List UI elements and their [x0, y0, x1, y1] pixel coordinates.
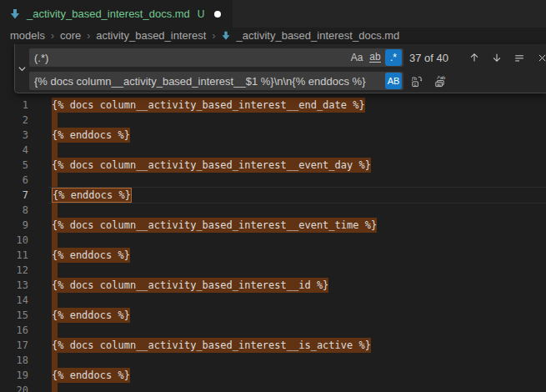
replace-value: {% docs column__activity_based_interest_…: [34, 75, 385, 88]
empty-line-match-highlight: [52, 323, 58, 338]
empty-line-match-highlight: [52, 173, 58, 188]
line-number: 14: [0, 293, 28, 308]
find-in-selection-icon[interactable]: [511, 49, 528, 66]
line-number: 15: [0, 308, 28, 323]
code-line[interactable]: 16: [0, 323, 546, 338]
git-status-badge: U: [198, 8, 205, 20]
find-match-highlight: {% docs column__activity_based_interest_…: [52, 98, 365, 113]
breadcrumb-item-file[interactable]: _activity_based_interest_docs.md: [221, 29, 399, 42]
line-content: [48, 173, 546, 188]
replace-input[interactable]: {% docs column__activity_based_interest_…: [29, 72, 403, 90]
line-content: [48, 323, 546, 338]
toggle-replace-button[interactable]: [16, 44, 28, 93]
line-content: [48, 353, 546, 368]
find-match-highlight: {% docs column__activity_based_interest_…: [52, 278, 328, 293]
line-content: {% docs column__activity_based_interest_…: [48, 338, 546, 353]
line-content: {% docs column__activity_based_interest_…: [48, 218, 546, 233]
breadcrumb-item-activity-based-interest[interactable]: activity_based_interest: [96, 29, 206, 42]
line-number: 13: [0, 278, 28, 293]
empty-line-match-highlight: [52, 113, 58, 128]
vscode-window: _activity_based_interest_docs.md U model…: [0, 0, 546, 392]
line-number: 11: [0, 248, 28, 263]
find-replace-widget: (.*) Aa ab .* 37 of 40: [14, 44, 546, 93]
code-line[interactable]: 20: [0, 383, 546, 392]
empty-line-match-highlight: [52, 293, 58, 308]
empty-line-match-highlight: [52, 263, 58, 278]
modified-indicator-dot[interactable]: [214, 11, 221, 18]
code-line[interactable]: 10: [0, 233, 546, 248]
match-case-button[interactable]: Aa: [348, 49, 365, 66]
replace-all-button[interactable]: ↗ab ac: [431, 73, 448, 89]
code-line[interactable]: 4: [0, 143, 546, 158]
line-content: {% docs column__activity_based_interest_…: [48, 98, 546, 113]
code-line[interactable]: 18: [0, 353, 546, 368]
breadcrumb-file-label: _activity_based_interest_docs.md: [236, 29, 399, 42]
code-line[interactable]: 8: [0, 203, 546, 218]
code-line[interactable]: 11{% enddocs %}: [0, 248, 546, 263]
markdown-file-icon: [221, 30, 232, 41]
find-match-highlight: {% docs column__activity_based_interest_…: [52, 158, 371, 173]
whole-word-button[interactable]: ab: [367, 49, 383, 66]
code-line[interactable]: 7{% enddocs %}: [0, 188, 546, 203]
empty-line-match-highlight: [52, 203, 58, 218]
previous-match-button[interactable]: [466, 49, 483, 66]
find-input[interactable]: (.*) Aa ab .*: [29, 48, 403, 67]
line-number: 20: [0, 383, 28, 392]
line-number: 7: [0, 188, 28, 203]
code-line[interactable]: 19{% enddocs %}: [0, 368, 546, 383]
find-match-highlight: {% docs column__activity_based_interest_…: [52, 338, 371, 353]
find-match-highlight: {% docs column__activity_based_interest_…: [52, 218, 377, 233]
editor-pane[interactable]: 1{% docs column__activity_based_interest…: [0, 43, 546, 392]
svg-text:c: c: [413, 81, 416, 86]
line-content: {% docs column__activity_based_interest_…: [48, 278, 546, 293]
line-number: 9: [0, 218, 28, 233]
find-match-highlight: {% enddocs %}: [52, 128, 130, 143]
line-content: [48, 143, 546, 158]
empty-line-match-highlight: [52, 143, 58, 158]
line-content: {% enddocs %}: [48, 187, 546, 204]
find-match-highlight: {% enddocs %}: [52, 308, 130, 323]
line-content: [48, 263, 546, 278]
find-match-highlight: {% enddocs %}: [52, 368, 130, 383]
find-query: (.*): [34, 52, 348, 64]
svg-text:↗ab: ↗ab: [436, 75, 445, 80]
code-line[interactable]: 3{% enddocs %}: [0, 128, 546, 143]
empty-line-match-highlight: [52, 383, 58, 392]
line-number: 6: [0, 173, 28, 188]
editor-tab[interactable]: _activity_based_interest_docs.md U: [0, 0, 233, 28]
line-number: 8: [0, 203, 28, 218]
replace-button[interactable]: ƒb c: [408, 73, 425, 89]
chevron-right-icon: ›: [51, 30, 54, 42]
code-line[interactable]: 15{% enddocs %}: [0, 308, 546, 323]
tab-filename: _activity_based_interest_docs.md: [27, 8, 190, 20]
next-match-button[interactable]: [488, 49, 505, 66]
line-number: 3: [0, 128, 28, 143]
code-line[interactable]: 12: [0, 263, 546, 278]
code-line[interactable]: 6: [0, 173, 546, 188]
chevron-right-icon: ›: [212, 30, 215, 42]
code-line[interactable]: 17{% docs column__activity_based_interes…: [0, 338, 546, 353]
line-number: 16: [0, 323, 28, 338]
breadcrumb-item-core[interactable]: core: [60, 29, 81, 42]
line-content: [48, 293, 546, 308]
breadcrumb-item-models[interactable]: models: [10, 29, 45, 42]
close-icon[interactable]: [533, 49, 546, 66]
line-number: 19: [0, 368, 28, 383]
line-content: {% enddocs %}: [48, 248, 546, 263]
line-content: [48, 383, 546, 392]
code-line[interactable]: 5{% docs column__activity_based_interest…: [0, 158, 546, 173]
line-content: [48, 233, 546, 248]
line-content: [48, 113, 546, 128]
code-line[interactable]: 14: [0, 293, 546, 308]
markdown-file-icon: [8, 8, 21, 20]
regex-button[interactable]: .*: [385, 49, 402, 66]
code-line[interactable]: 1{% docs column__activity_based_interest…: [0, 98, 546, 113]
code-line[interactable]: 9{% docs column__activity_based_interest…: [0, 218, 546, 233]
preserve-case-button[interactable]: AB: [385, 73, 402, 89]
breadcrumb: models › core › activity_based_interest …: [0, 28, 546, 43]
line-content: {% enddocs %}: [48, 308, 546, 323]
code-line[interactable]: 2: [0, 113, 546, 128]
code-line[interactable]: 13{% docs column__activity_based_interes…: [0, 278, 546, 293]
tab-bar: _activity_based_interest_docs.md U: [0, 0, 546, 28]
code-lines: 1{% docs column__activity_based_interest…: [0, 98, 546, 392]
